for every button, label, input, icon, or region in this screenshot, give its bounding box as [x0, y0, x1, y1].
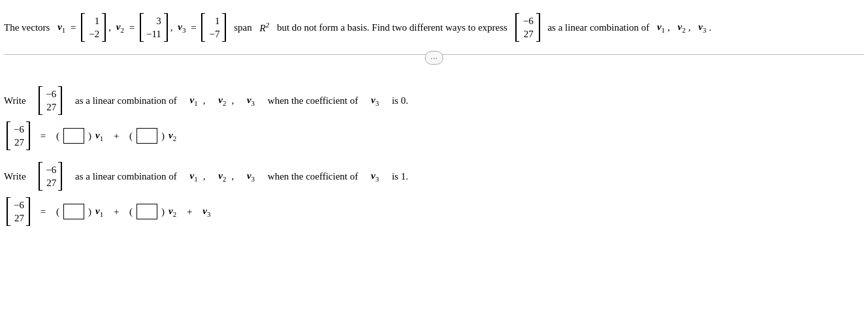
- target-matrix: −6 27: [515, 13, 540, 42]
- v2-ref: v2: [678, 22, 686, 34]
- bracket-right: [26, 121, 30, 150]
- section1-write-row: Write −6 27 as a linear combination of v…: [4, 86, 864, 115]
- section1-v1-eq: v1: [95, 130, 103, 142]
- section1-input1[interactable]: [63, 128, 84, 144]
- section2-write-matrix: −6 27: [39, 162, 62, 191]
- section2-equals: =: [40, 206, 46, 217]
- bracket-right: [58, 162, 62, 191]
- section2-lhs-matrix: −6 27: [7, 197, 30, 226]
- section2-v2-eq: v2: [169, 206, 176, 218]
- intro-text: The vectors: [4, 22, 50, 33]
- section1-write-label: Write: [4, 95, 26, 106]
- section1-when-text: when the coefficient of: [268, 95, 358, 106]
- section2-write-values: −6 27: [44, 163, 56, 190]
- section1-plus1: +: [114, 131, 119, 142]
- r2-text: R2: [259, 21, 269, 34]
- section2-v3-final: v3: [202, 206, 210, 218]
- section2-plus2: +: [187, 206, 192, 217]
- page: The vectors v1 = 1 −2 , v2 = 3 −11: [0, 0, 868, 244]
- problem-statement: The vectors v1 = 1 −2 , v2 = 3 −11: [4, 7, 864, 52]
- section1-write-matrix: −6 27: [39, 86, 62, 115]
- bracket-right: [58, 86, 62, 115]
- equals-sign-1: =: [68, 22, 78, 33]
- section2-write-row: Write −6 27 as a linear combination of v…: [4, 162, 864, 191]
- section2-input1[interactable]: [63, 204, 84, 219]
- bracket-left: [7, 197, 10, 226]
- section2-paren-open2: (: [129, 206, 133, 217]
- ellipsis-button[interactable]: ···: [425, 51, 443, 65]
- equals-sign-2: =: [127, 22, 137, 33]
- bracket-right: [102, 13, 106, 42]
- section1-write-values: −6 27: [44, 87, 56, 114]
- as-text: as a linear combination of: [547, 22, 649, 33]
- section1-input2[interactable]: [137, 128, 157, 144]
- bracket-left: [39, 162, 42, 191]
- section2-paren-open1: (: [56, 206, 59, 217]
- section1-paren-open1: (: [56, 131, 59, 142]
- bracket-left: [201, 13, 205, 42]
- bracket-right: [26, 197, 30, 226]
- v3-ref: v3: [698, 22, 706, 34]
- section1-paren-close2: ): [161, 131, 165, 142]
- section2-v1-eq: v1: [95, 206, 103, 218]
- span-text: span: [234, 22, 252, 33]
- section2-v2: v2: [218, 170, 226, 183]
- v2-label: v2: [116, 22, 124, 34]
- v1-matrix: 1 −2: [81, 13, 106, 42]
- section2-v3-coef: v3: [371, 170, 379, 183]
- bracket-left: [140, 13, 144, 42]
- bracket-left: [515, 13, 519, 42]
- section2-as-text: as a linear combination of: [75, 171, 177, 182]
- bracket-left: [81, 13, 85, 42]
- section2-equation-row: −6 27 = ( ) v1 + ( ) v2 + v3: [7, 197, 864, 226]
- section1-v3-coef: v3: [371, 95, 379, 107]
- section2-plus1: +: [114, 206, 119, 217]
- target-values: −6 27: [522, 14, 534, 41]
- bracket-right: [222, 13, 226, 42]
- section2-paren-close1: ): [88, 206, 91, 217]
- section2-is-text: is 1.: [392, 171, 408, 182]
- section1-as-text: as a linear combination of: [75, 95, 177, 106]
- v3-values: 1 −7: [208, 14, 219, 41]
- section2: Write −6 27 as a linear combination of v…: [4, 162, 864, 226]
- bracket-left: [39, 86, 42, 115]
- section1-lhs-matrix: −6 27: [7, 121, 30, 150]
- section1-equals: =: [40, 131, 46, 142]
- section1-v3: v3: [247, 95, 255, 107]
- section1-equation-row: −6 27 = ( ) v1 + ( ) v2: [7, 121, 864, 150]
- v2-matrix: 3 −11: [140, 13, 168, 42]
- section1-paren-close1: ): [88, 131, 91, 142]
- section1-v1: v1: [190, 95, 198, 107]
- ellipsis-container[interactable]: ···: [425, 51, 443, 65]
- bracket-right: [164, 13, 168, 42]
- v3-label: v3: [178, 22, 185, 34]
- v3-matrix: 1 −7: [201, 13, 226, 42]
- section2-lhs-values: −6 27: [12, 198, 24, 225]
- section1-is-text: is 0.: [392, 95, 408, 106]
- section2-when-text: when the coefficient of: [268, 171, 358, 182]
- bracket-left: [7, 121, 10, 150]
- section1-v2: v2: [218, 95, 226, 107]
- v1-values: 1 −2: [88, 14, 99, 41]
- v1-ref: v1: [657, 22, 665, 34]
- v1-label: v1: [57, 22, 65, 34]
- section2-input2[interactable]: [137, 204, 157, 219]
- section1-paren-open2: (: [129, 131, 133, 142]
- equals-sign-3: =: [189, 22, 199, 33]
- section2-v1: v1: [190, 170, 198, 183]
- but-text: but do not form a basis. Find two differ…: [277, 22, 507, 33]
- v2-values: 3 −11: [146, 14, 161, 41]
- section1: Write −6 27 as a linear combination of v…: [4, 86, 864, 150]
- divider: ···: [4, 54, 864, 55]
- section2-v3: v3: [247, 170, 255, 183]
- section1-lhs-values: −6 27: [12, 123, 24, 150]
- section2-paren-close2: ): [161, 206, 165, 217]
- section2-write-label: Write: [4, 171, 26, 182]
- bracket-right: [536, 13, 540, 42]
- section1-v2-eq: v2: [169, 130, 176, 142]
